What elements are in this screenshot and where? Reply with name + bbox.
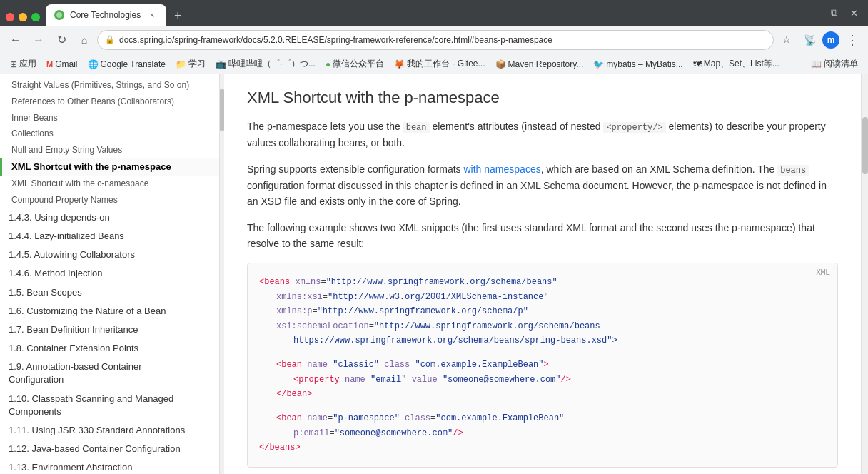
active-tab[interactable]: Core Technologies ×	[46, 4, 166, 26]
tab-close-button[interactable]: ×	[146, 9, 158, 21]
main-scrollbar[interactable]	[861, 74, 868, 474]
close-window-button[interactable]: ✕	[845, 4, 862, 21]
window-controls	[6, 13, 40, 26]
sidebar-item-autowiring[interactable]: 1.4.5. Autowiring Collaborators	[0, 246, 219, 264]
translate-icon: 🌐	[88, 59, 99, 69]
back-button[interactable]: ←	[6, 30, 26, 50]
close-button[interactable]	[6, 13, 14, 21]
content-area: Straight Values (Primitives, Strings, an…	[0, 74, 868, 474]
sidebar-item-null-empty[interactable]: Null and Empty String Values	[0, 142, 219, 158]
restore-window-button[interactable]: ⧉	[825, 4, 842, 21]
minimize-button[interactable]	[19, 13, 27, 21]
reading-list-icon: 📖	[811, 59, 822, 69]
sidebar-item-bean-def-inheritance[interactable]: 1.7. Bean Definition Inheritance	[0, 321, 219, 339]
with-namespaces-link[interactable]: with namespaces	[464, 163, 541, 175]
code-line-6: <bean name="classic" class="com.example.…	[276, 358, 826, 372]
sidebar-item-jsr330[interactable]: 1.11. Using JSR 330 Standard Annotations	[0, 421, 219, 440]
address-bar[interactable]: 🔒 docs.spring.io/spring-framework/docs/5…	[97, 30, 774, 50]
sidebar-item-collections[interactable]: Collections	[0, 126, 219, 142]
lock-icon: 🔒	[105, 35, 115, 44]
property-code: <property/>	[603, 122, 665, 133]
home-button[interactable]: ⌂	[74, 30, 94, 50]
bookmark-translate[interactable]: 🌐 Google Translate	[84, 58, 170, 71]
minimize-window-button[interactable]: —	[805, 4, 822, 21]
sidebar-item-java-based[interactable]: 1.12. Java-based Container Configuration	[0, 440, 219, 458]
sidebar-item-container-extension[interactable]: 1.8. Container Extension Points	[0, 339, 219, 358]
intro-paragraph: The p-namespace lets you use the bean el…	[247, 118, 838, 151]
forward-button[interactable]: →	[29, 30, 49, 50]
bean-code: bean	[403, 122, 430, 133]
sidebar-item-customizing[interactable]: 1.6. Customizing the Nature of a Bean	[0, 302, 219, 321]
sidebar-item-classpath-scanning[interactable]: 1.10. Classpath Scanning and ManagedComp…	[0, 390, 219, 421]
code-block: <beans xmlns="http://www.springframework…	[248, 263, 837, 466]
sidebar-item-xml-c-namespace[interactable]: XML Shortcut with the c-namespace	[0, 176, 219, 192]
code-line-3: xmlns:p="http://www.springframework.org/…	[276, 304, 826, 318]
bili-icon: 📺	[216, 59, 226, 69]
code-type-label: XML	[816, 268, 830, 277]
sidebar: Straight Values (Primitives, Strings, an…	[0, 74, 220, 474]
sidebar-item-xml-p-namespace[interactable]: XML Shortcut with the p-namespace	[0, 158, 219, 176]
code-line-9: <bean name="p-namespace" class="com.exam…	[276, 411, 826, 425]
tab-title: Core Technologies	[70, 10, 141, 20]
apps-icon: ⊞	[10, 59, 17, 69]
url-text: docs.spring.io/spring-framework/docs/5.2…	[119, 35, 552, 45]
namespaces-paragraph: Spring supports extensible configuration…	[247, 161, 838, 210]
mybatis-icon: 🐦	[593, 59, 604, 69]
code-line-2: xmlns:xsi="http://www.w3.org/2001/XMLSch…	[276, 290, 826, 304]
reload-button[interactable]: ↻	[51, 30, 71, 50]
bookmark-maven[interactable]: 📦 Maven Repository...	[491, 58, 588, 71]
sidebar-item-environment[interactable]: 1.13. Environment Abstraction	[0, 458, 219, 474]
sidebar-item-lazy-init[interactable]: 1.4.4. Lazy-initialized Beans	[0, 227, 219, 246]
map-icon: 🗺	[693, 59, 702, 69]
code-block-wrapper: XML <beans xmlns="http://www.springframe…	[247, 263, 838, 467]
bookmark-map[interactable]: 🗺 Map、Set、List等...	[689, 56, 784, 71]
code-blank-2	[259, 401, 826, 411]
sidebar-item-bean-scopes[interactable]: 1.5. Bean Scopes	[0, 283, 219, 302]
sidebar-item-depends-on[interactable]: 1.4.3. Using depends-on	[0, 208, 219, 227]
bookmark-bili[interactable]: 📺 哔哩哔哩（゜-゜）つ...	[211, 56, 320, 71]
code-line-7: <property name="email" value="someone@so…	[293, 373, 826, 387]
user-avatar[interactable]: m	[822, 31, 839, 49]
study-icon: 📁	[176, 59, 186, 69]
nav-bar: ← → ↻ ⌂ 🔒 docs.spring.io/spring-framewor…	[0, 26, 868, 54]
maximize-button[interactable]	[31, 13, 40, 21]
more-button[interactable]: ⋮	[842, 30, 862, 50]
example-intro-paragraph: The following example shows two XML snip…	[247, 220, 838, 252]
beans-code: beans	[777, 165, 809, 176]
bookmark-wechat[interactable]: ● 微信公众平台	[321, 56, 388, 71]
gmail-icon: M	[46, 60, 53, 69]
sidebar-item-annotation-based[interactable]: 1.9. Annotation-based ContainerConfigura…	[0, 358, 219, 389]
bookmark-gmail[interactable]: M Gmail	[42, 58, 82, 71]
bookmark-mybatis[interactable]: 🐦 mybatis – MyBatis...	[589, 58, 687, 71]
code-line-11: </beans>	[259, 440, 826, 455]
bookmarks-bar: ⊞ 应用 M Gmail 🌐 Google Translate 📁 学习 📺 哔…	[0, 54, 868, 74]
browser-menu-controls: — ⧉ ✕	[805, 4, 862, 26]
main-content: XML Shortcut with the p-namespace The p-…	[224, 74, 861, 474]
code-line-8: </bean>	[276, 387, 826, 401]
bookmark-apps[interactable]: ⊞ 应用	[6, 56, 41, 71]
bookmark-gitee[interactable]: 🦊 我的工作台 - Gitee...	[390, 56, 489, 71]
bookmark-study[interactable]: 📁 学习	[171, 56, 210, 71]
new-tab-button[interactable]: +	[169, 9, 186, 26]
reading-list-button[interactable]: 📖 阅读清单	[807, 56, 862, 71]
sidebar-item-straight-values[interactable]: Straight Values (Primitives, Strings, an…	[0, 77, 219, 94]
wechat-icon: ●	[326, 59, 330, 69]
cast-button[interactable]: 📡	[799, 30, 819, 50]
bookmark-star-button[interactable]: ☆	[777, 30, 797, 50]
code-line-4: xsi:schemaLocation="http://www.springfra…	[276, 319, 826, 333]
maven-icon: 📦	[495, 59, 506, 69]
svg-point-0	[56, 12, 62, 18]
sidebar-item-method-injection[interactable]: 1.4.6. Method Injection	[0, 264, 219, 283]
sidebar-item-compound-property[interactable]: Compound Property Names	[0, 192, 219, 208]
code-blank-1	[259, 348, 826, 358]
gitee-icon: 🦊	[394, 59, 405, 69]
code-line-1: <beans xmlns="http://www.springframework…	[259, 275, 826, 289]
code-line-10: p:email="someone@somewhere.com"/>	[293, 426, 826, 440]
tab-favicon	[54, 10, 64, 20]
code-line-5: https://www.springframework.org/schema/b…	[293, 333, 826, 348]
sidebar-item-inner-beans[interactable]: Inner Beans	[0, 110, 219, 126]
browser-window: Core Technologies × + — ⧉ ✕ ← → ↻ ⌂ 🔒 do…	[0, 0, 868, 474]
page-title: XML Shortcut with the p-namespace	[247, 89, 838, 107]
tab-bar: Core Technologies × + — ⧉ ✕	[0, 0, 868, 26]
sidebar-item-references[interactable]: References to Other Beans (Collaborators…	[0, 94, 219, 110]
